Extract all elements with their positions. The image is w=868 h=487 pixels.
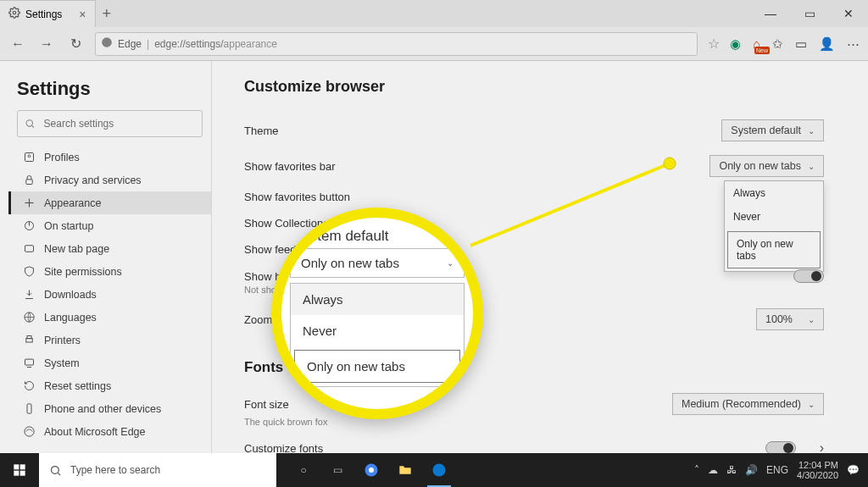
page-title: Settings [17, 78, 203, 100]
profile-icon[interactable]: 👤 [819, 36, 835, 52]
tab-title: Settings [25, 8, 62, 20]
sidebar-item-label: Downloads [44, 289, 97, 301]
search-settings-input[interactable] [17, 110, 203, 137]
taskbar-search[interactable]: Type here to search [39, 453, 276, 487]
svg-rect-17 [27, 404, 31, 413]
sidebar-item-privacy-and-services[interactable]: Privacy and services [8, 169, 211, 191]
svg-rect-22 [20, 464, 25, 469]
refresh-button[interactable]: ↻ [66, 35, 85, 53]
sidebar-item-appearance[interactable]: Appearance [8, 191, 211, 214]
phone-icon [23, 402, 36, 415]
chevron-down-icon: ⌄ [808, 126, 815, 136]
svg-rect-14 [27, 336, 31, 339]
favorites-bar-option-always[interactable]: Always [725, 181, 823, 205]
theme-select[interactable]: System default⌄ [721, 119, 824, 141]
extension-icon-1[interactable]: ◉ [730, 36, 741, 52]
sidebar-item-label: New tab page [44, 243, 109, 255]
home-button-toggle[interactable] [793, 269, 824, 283]
sidebar-item-label: About Microsoft Edge [44, 426, 146, 438]
customize-fonts-toggle[interactable] [765, 441, 796, 453]
favorites-icon[interactable]: ✩ [772, 36, 783, 52]
gear-icon [8, 7, 20, 21]
sidebar-item-label: Appearance [44, 197, 101, 209]
tray-volume-icon[interactable]: 🔊 [745, 464, 758, 476]
forward-button[interactable]: → [37, 35, 56, 53]
svg-point-18 [25, 427, 34, 436]
zoom-select[interactable]: 100%⌄ [756, 308, 824, 330]
settings-sidebar: Settings ProfilesPrivacy and servicesApp… [0, 61, 212, 453]
menu-icon[interactable]: ⋯ [847, 36, 860, 52]
sidebar-item-profiles[interactable]: Profiles [8, 146, 211, 169]
favorites-bar-label: Show favorites bar [244, 160, 709, 173]
zoom-lens-annotation: System default Only on new tabs⌄ Always … [271, 208, 483, 419]
svg-point-2 [26, 120, 32, 126]
font-size-select[interactable]: Medium (Recommended)⌄ [672, 393, 824, 415]
download-icon [23, 288, 36, 301]
svg-rect-23 [14, 471, 19, 476]
svg-rect-21 [14, 464, 19, 469]
sidebar-item-label: Profiles [44, 152, 80, 163]
close-tab-button[interactable]: × [79, 8, 86, 21]
back-button[interactable]: ← [8, 35, 27, 53]
chrome-icon[interactable] [354, 453, 388, 487]
svg-line-26 [58, 473, 60, 475]
sidebar-item-label: Phone and other devices [44, 403, 161, 415]
sidebar-item-printers[interactable]: Printers [8, 329, 211, 351]
sidebar-item-downloads[interactable]: Downloads [8, 283, 211, 306]
svg-point-0 [13, 11, 16, 14]
sidebar-item-system[interactable]: System [8, 351, 211, 374]
customize-fonts-label: Customize fonts [244, 442, 765, 454]
windows-taskbar: Type here to search ○ ▭ ˄ ☁ 🖧 🔊 ENG 12:0… [0, 453, 868, 487]
address-bar: ← → ↻ Edge | edge://settings/appearance … [0, 27, 868, 61]
favorites-bar-select[interactable]: Only on new tabs⌄ [709, 155, 824, 177]
file-explorer-icon[interactable] [388, 453, 422, 487]
tray-onedrive-icon[interactable]: ☁ [708, 464, 718, 476]
search-settings-field[interactable] [42, 117, 195, 130]
sidebar-item-languages[interactable]: Languages [8, 306, 211, 329]
system-tray: ˄ ☁ 🖧 🔊 ENG 12:04 PM 4/30/2020 💬 [694, 460, 868, 480]
chevron-down-icon: ⌄ [808, 400, 815, 409]
favorites-bar-option-newtabs[interactable]: Only on new tabs [727, 231, 821, 268]
sidebar-item-label: Reset settings [44, 380, 111, 392]
appearance-icon [23, 196, 36, 209]
browser-tab[interactable]: Settings × [0, 0, 96, 27]
sidebar-item-new-tab-page[interactable]: New tab page [8, 237, 211, 260]
svg-point-29 [433, 464, 446, 477]
sidebar-item-phone-and-other-devices[interactable]: Phone and other devices [8, 397, 211, 420]
system-icon [23, 357, 36, 369]
lens-option-never: Never [291, 315, 464, 346]
tray-language[interactable]: ENG [766, 464, 788, 476]
tray-chevron-icon[interactable]: ˄ [694, 464, 699, 476]
favorites-bar-dropdown: Always Never Only on new tabs [724, 180, 824, 272]
svg-point-28 [369, 468, 374, 473]
extension-icon-2[interactable]: ⌂New [753, 36, 760, 51]
task-view-icon[interactable]: ▭ [320, 453, 354, 487]
globe-icon [23, 311, 36, 324]
customize-fonts-go-icon[interactable]: › [820, 440, 824, 453]
edge-taskbar-icon[interactable] [422, 453, 456, 487]
svg-rect-15 [25, 359, 34, 365]
edge-icon [23, 425, 36, 438]
new-tab-button[interactable]: + [103, 5, 112, 23]
favorites-bar-option-never[interactable]: Never [725, 205, 823, 229]
sidebar-item-site-permissions[interactable]: Site permissions [8, 260, 211, 283]
tray-notifications-icon[interactable]: 💬 [847, 464, 860, 476]
window-minimize-button[interactable]: — [751, 0, 790, 27]
reset-icon [23, 379, 36, 392]
sidebar-item-label: Privacy and services [44, 174, 142, 186]
svg-rect-13 [26, 339, 33, 342]
window-maximize-button[interactable]: ▭ [790, 0, 829, 27]
sidebar-item-on-startup[interactable]: On startup [8, 214, 211, 237]
sidebar-item-reset-settings[interactable]: Reset settings [8, 374, 211, 397]
window-close-button[interactable]: ✕ [829, 0, 868, 27]
sidebar-item-label: On startup [44, 220, 93, 232]
favorite-star-icon[interactable]: ☆ [708, 36, 720, 52]
sidebar-item-about-microsoft-edge[interactable]: About Microsoft Edge [8, 420, 211, 443]
collections-icon[interactable]: ▭ [795, 36, 807, 52]
tray-clock[interactable]: 12:04 PM 4/30/2020 [797, 460, 838, 480]
start-button[interactable] [0, 453, 39, 487]
url-field[interactable]: Edge | edge://settings/appearance [95, 32, 698, 56]
profiles-icon [23, 151, 36, 163]
tray-network-icon[interactable]: 🖧 [726, 464, 737, 476]
cortana-icon[interactable]: ○ [287, 453, 320, 487]
